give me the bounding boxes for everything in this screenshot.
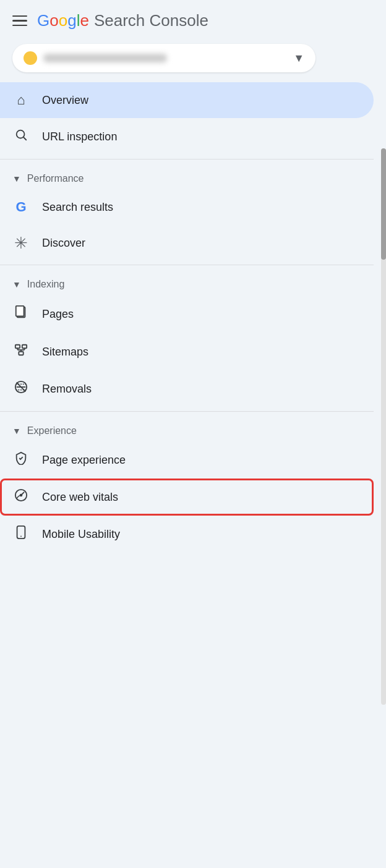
sidebar-item-core-web-vitals[interactable]: Core web vitals: [0, 479, 374, 516]
sidebar-item-pages[interactable]: Pages: [0, 295, 374, 333]
section-label: Experience: [27, 425, 77, 436]
svg-point-19: [20, 536, 22, 537]
svg-rect-4: [15, 345, 20, 349]
property-dropdown[interactable]: ▼: [12, 44, 315, 72]
sidebar-item-removals[interactable]: Removals: [0, 370, 374, 407]
sidebar-item-label: Core web vitals: [42, 491, 118, 504]
property-favicon: [24, 51, 37, 65]
scrollbar-thumb[interactable]: [381, 148, 386, 260]
sidebar-item-label: Pages: [42, 308, 74, 321]
app-logo: Google Search Console: [37, 11, 208, 30]
sidebar-item-label: Discover: [42, 237, 85, 250]
chevron-down-icon: ▼: [293, 52, 304, 65]
google-g-icon: G: [12, 199, 30, 215]
shield-icon: [12, 451, 30, 469]
home-icon: ⌂: [12, 92, 30, 108]
sidebar-item-label: URL inspection: [42, 130, 117, 143]
sidebar-item-label: Overview: [42, 94, 88, 107]
sidebar-item-search-results[interactable]: G Search results: [0, 189, 374, 225]
console-label: Search Console: [94, 11, 208, 30]
property-selector-container: ▼: [12, 44, 374, 72]
svg-rect-5: [22, 345, 27, 349]
sidebar-item-sitemaps[interactable]: Sitemaps: [0, 333, 374, 370]
removals-icon: [12, 380, 30, 398]
sitemaps-icon: [12, 343, 30, 360]
search-icon: [12, 128, 30, 145]
sidebar-item-label: Sitemaps: [42, 346, 88, 359]
nav-divider: [0, 265, 374, 265]
header: Google Search Console: [0, 0, 386, 39]
sidebar-item-discover[interactable]: ✳ Discover: [0, 225, 374, 261]
section-label: Indexing: [27, 279, 65, 290]
sidebar-item-label: Search results: [42, 201, 113, 214]
sidebar-item-label: Mobile Usability: [42, 528, 120, 541]
sidebar-item-label: Page experience: [42, 454, 126, 467]
sidebar-item-mobile-usability[interactable]: Mobile Usability: [0, 516, 374, 553]
sidebar-nav: ⌂ Overview URL inspection ▼ Performance …: [0, 82, 386, 565]
chevron-down-icon: ▼: [12, 174, 21, 184]
sidebar-item-url-inspection[interactable]: URL inspection: [0, 118, 374, 155]
asterisk-icon: ✳: [12, 235, 30, 251]
section-label: Performance: [27, 173, 84, 184]
chevron-down-icon: ▼: [12, 279, 21, 289]
chevron-down-icon: ▼: [12, 426, 21, 436]
scrollbar[interactable]: [381, 148, 386, 705]
sidebar-item-label: Removals: [42, 383, 92, 396]
sidebar-item-overview[interactable]: ⌂ Overview: [0, 82, 374, 118]
sidebar-section-experience[interactable]: ▼ Experience: [0, 415, 386, 441]
speedometer-icon: [12, 488, 30, 506]
nav-divider: [0, 411, 374, 412]
svg-rect-6: [19, 352, 23, 355]
svg-point-0: [17, 130, 25, 138]
mobile-icon: [12, 525, 30, 543]
google-logo: Google: [37, 11, 89, 30]
nav-divider: [0, 159, 374, 160]
property-name: [43, 54, 167, 62]
menu-icon[interactable]: [12, 15, 27, 27]
svg-line-1: [24, 137, 26, 140]
sidebar-item-page-experience[interactable]: Page experience: [0, 441, 374, 479]
sidebar-section-performance[interactable]: ▼ Performance: [0, 163, 386, 189]
pages-icon: [12, 305, 30, 323]
svg-rect-3: [16, 306, 24, 317]
sidebar-section-indexing[interactable]: ▼ Indexing: [0, 269, 386, 295]
